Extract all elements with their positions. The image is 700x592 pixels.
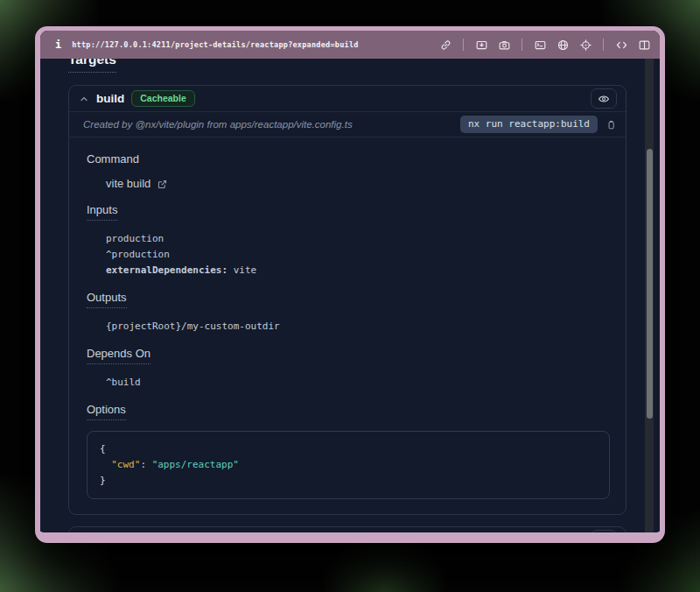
- split-panel-icon[interactable]: [637, 38, 651, 52]
- input-item: production: [106, 231, 610, 247]
- code-icon[interactable]: [614, 38, 628, 52]
- options-label[interactable]: Options: [87, 403, 610, 420]
- toolbar-separator: [603, 39, 604, 51]
- input-item: ^production: [106, 247, 610, 263]
- run-command-chip: nx run reactapp:build: [460, 116, 598, 133]
- view-target-graph-button[interactable]: [591, 88, 617, 109]
- terminal-icon[interactable]: [533, 38, 547, 52]
- build-card-header: build Cacheable: [69, 86, 626, 111]
- json-line: }: [100, 473, 597, 489]
- target-card-build: build Cacheable Created by @nx/vite/plug…: [68, 85, 626, 515]
- toolbar-actions: [438, 38, 651, 52]
- project-details-page: Targets build Cacheable Created by @nx/v…: [40, 59, 660, 532]
- depends-on-item: ^build: [106, 375, 610, 391]
- camera-icon[interactable]: [497, 38, 511, 52]
- page-title[interactable]: Targets: [68, 59, 116, 73]
- target-card-serve: serve vite serve: [68, 526, 626, 532]
- cacheable-badge: Cacheable: [131, 90, 195, 107]
- toolbar-separator: [463, 39, 464, 51]
- globe-icon[interactable]: [556, 38, 570, 52]
- browser-window: i http://127.0.0.1:4211/project-details/…: [35, 26, 665, 543]
- browser-toolbar: i http://127.0.0.1:4211/project-details/…: [40, 31, 660, 59]
- build-card-body: Command vite build Inputs production ^pr: [69, 137, 626, 514]
- command-value: vite build: [106, 177, 150, 191]
- external-link-icon[interactable]: [157, 179, 168, 190]
- command-label: Command: [87, 152, 610, 166]
- focus-target-icon[interactable]: [578, 38, 592, 52]
- inputs-label[interactable]: Inputs: [87, 203, 610, 221]
- toolbar-separator: [522, 39, 522, 51]
- serve-card-header: serve vite serve: [69, 527, 626, 532]
- input-item: externalDependencies: vite: [106, 263, 610, 278]
- info-icon: i: [55, 39, 61, 51]
- copy-command-button[interactable]: [606, 119, 617, 130]
- copy-icon: [606, 119, 617, 130]
- json-key: "cwd": [111, 459, 140, 470]
- link-icon[interactable]: [438, 38, 452, 52]
- target-name-build[interactable]: build: [96, 92, 124, 105]
- scrollbar-thumb[interactable]: [647, 149, 653, 419]
- depends-on-label[interactable]: Depends On: [87, 347, 610, 364]
- json-line: "cwd": "apps/reactapp": [100, 457, 597, 473]
- save-page-icon[interactable]: [474, 38, 488, 52]
- created-by-text: Created by @nx/vite/plugin from apps/rea…: [83, 119, 353, 130]
- scrollbar-track[interactable]: [645, 59, 654, 532]
- json-line: {: [100, 441, 597, 457]
- outputs-label[interactable]: Outputs: [87, 291, 610, 308]
- json-string-value: "apps/reactapp": [152, 459, 239, 470]
- output-item: {projectRoot}/my-custom-outdir: [106, 319, 610, 335]
- options-json-block: { "cwd": "apps/reactapp"}: [87, 431, 610, 499]
- build-card-meta: Created by @nx/vite/plugin from apps/rea…: [69, 112, 626, 137]
- desktop-background: { "colors": { "frame_pink": "#cba6c3", "…: [0, 0, 700, 592]
- view-target-graph-button[interactable]: [591, 530, 617, 532]
- url-text[interactable]: http://127.0.0.1:4211/project-details/re…: [72, 40, 358, 49]
- chevron-up-icon[interactable]: [79, 94, 89, 104]
- eye-icon: [598, 93, 610, 105]
